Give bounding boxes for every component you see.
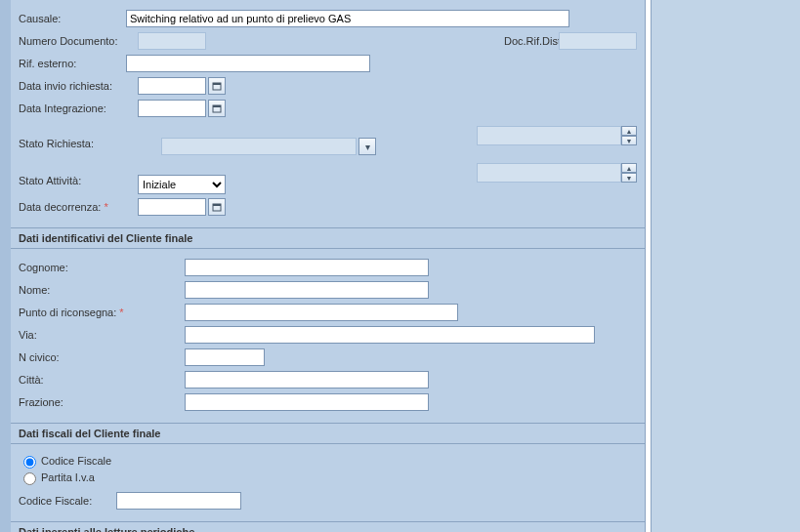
codice-fiscale-field-label: Codice Fiscale: <box>19 495 116 507</box>
frazione-label: Frazione: <box>19 396 185 408</box>
state-list-1[interactable] <box>477 126 621 145</box>
via-label: Via: <box>19 329 185 341</box>
right-panel <box>651 0 800 532</box>
data-invio-label: Data invio richiesta: <box>19 80 138 92</box>
calendar-icon[interactable] <box>208 198 226 216</box>
data-integrazione-label: Data Integrazione: <box>19 102 138 114</box>
data-decorrenza-label: Data decorrenza: * <box>19 201 138 213</box>
data-integrazione-input[interactable] <box>138 100 206 117</box>
section-fiscali-header: Dati fiscali del Cliente finale <box>11 423 645 444</box>
n-civico-input[interactable] <box>185 348 265 366</box>
partita-iva-radio[interactable] <box>23 472 36 485</box>
svg-rect-1 <box>213 83 221 85</box>
calendar-icon[interactable] <box>208 77 226 95</box>
required-marker: * <box>104 201 107 213</box>
stato-richiesta-input[interactable] <box>161 138 357 155</box>
causale-input[interactable] <box>126 10 569 27</box>
state-list-2[interactable] <box>477 163 621 183</box>
cognome-label: Cognome: <box>19 262 185 273</box>
citta-input[interactable] <box>185 371 429 389</box>
via-input[interactable] <box>185 326 595 344</box>
spin-down-icon[interactable]: ▼ <box>621 173 637 183</box>
doc-rif-distr-label: Doc.Rif.Distr.: <box>455 35 553 47</box>
doc-rif-distr-input <box>559 32 637 50</box>
citta-label: Città: <box>19 374 185 386</box>
spin-up-icon[interactable]: ▲ <box>621 126 637 136</box>
numero-documento-input <box>138 32 206 50</box>
rif-esterno-input[interactable] <box>126 55 370 72</box>
left-margin <box>0 0 11 532</box>
section-letture-header: Dati inerenti alle letture periodiche <box>11 521 645 532</box>
frazione-input[interactable] <box>185 393 429 411</box>
causale-label: Causale: <box>19 13 126 24</box>
data-invio-input[interactable] <box>138 77 206 95</box>
main-panel: Causale: Numero Documento: Doc.Rif.Distr… <box>11 0 646 532</box>
numero-documento-label: Numero Documento: <box>19 35 138 47</box>
spin-up-icon[interactable]: ▲ <box>621 163 637 173</box>
stato-attivita-select[interactable]: Iniziale <box>138 175 226 194</box>
rif-esterno-label: Rif. esterno: <box>19 58 126 69</box>
partita-iva-radio-label: Partita I.v.a <box>41 471 95 483</box>
punto-riconsegna-label: Punto di riconsegna: * <box>19 307 185 318</box>
codice-fiscale-input[interactable] <box>116 492 241 510</box>
required-marker: * <box>119 307 123 318</box>
chevron-down-icon[interactable]: ▾ <box>358 138 376 155</box>
stato-attivita-label: Stato Attività: <box>19 175 138 186</box>
codice-fiscale-radio-label: Codice Fiscale <box>41 455 111 467</box>
cognome-input[interactable] <box>185 259 429 276</box>
svg-rect-3 <box>213 105 221 107</box>
section-fiscali-body: Codice Fiscale Partita I.v.a Codice Fisc… <box>11 444 645 521</box>
nome-input[interactable] <box>185 281 429 299</box>
spin-down-icon[interactable]: ▼ <box>621 136 637 145</box>
codice-fiscale-radio[interactable] <box>23 456 36 469</box>
stato-richiesta-label: Stato Richiesta: <box>19 138 161 149</box>
calendar-icon[interactable] <box>208 100 226 117</box>
top-panel: Causale: Numero Documento: Doc.Rif.Distr… <box>11 0 645 227</box>
section-cliente-body: Cognome: Nome: Punto di riconsegna: * Vi… <box>11 249 645 423</box>
section-cliente-header: Dati identificativi del Cliente finale <box>11 227 645 249</box>
n-civico-label: N civico: <box>19 351 185 363</box>
svg-rect-5 <box>213 204 221 206</box>
nome-label: Nome: <box>19 284 185 296</box>
punto-riconsegna-input[interactable] <box>185 304 458 321</box>
data-decorrenza-input[interactable] <box>138 198 206 216</box>
